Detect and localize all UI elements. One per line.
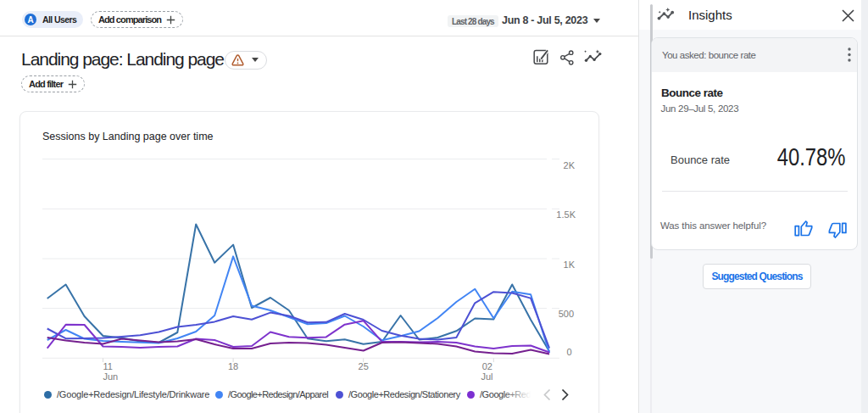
svg-text:0: 0 (566, 347, 571, 357)
svg-text:2K: 2K (564, 160, 576, 170)
svg-text:18: 18 (228, 361, 238, 371)
svg-text:Jul: Jul (481, 371, 492, 382)
svg-text:1K: 1K (564, 260, 576, 270)
svg-text:11: 11 (103, 361, 113, 371)
svg-text:02: 02 (482, 361, 492, 371)
svg-text:500: 500 (559, 309, 574, 319)
svg-text:Jun: Jun (103, 371, 119, 382)
svg-text:1.5K: 1.5K (556, 209, 576, 220)
svg-text:25: 25 (359, 361, 369, 371)
